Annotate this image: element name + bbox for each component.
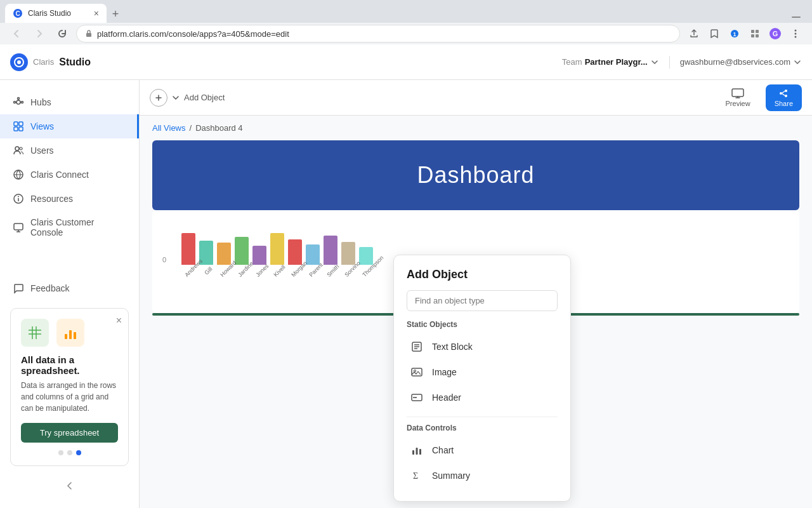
- svg-rect-2: [792, 17, 801, 18]
- promo-dot-1[interactable]: [58, 450, 63, 455]
- sidebar-label-resources: Resources: [30, 194, 73, 204]
- sidebar-item-customer-console[interactable]: Claris Customer Console: [0, 211, 139, 244]
- user-email[interactable]: gwashburne@dbservices.com: [680, 57, 802, 67]
- svg-point-28: [15, 147, 19, 150]
- 1password-button[interactable]: 1: [726, 25, 743, 43]
- divider: [669, 56, 670, 69]
- chart-item[interactable]: Chart: [407, 438, 558, 463]
- sidebar-item-views[interactable]: Views: [0, 114, 139, 138]
- tab-title: Claris Studio: [28, 9, 71, 18]
- label-parent: Parent: [308, 264, 322, 278]
- svg-rect-41: [65, 334, 67, 339]
- tab-favicon: C: [13, 8, 23, 18]
- chart-label: Chart: [432, 445, 454, 455]
- logo-text: Studio: [59, 57, 91, 68]
- summary-icon: Σ: [409, 468, 424, 483]
- team-name: Partner Playgr...: [585, 57, 648, 67]
- new-tab-button[interactable]: +: [107, 5, 124, 23]
- back-button[interactable]: [8, 25, 25, 43]
- url-text: platform.claris.com/console/apps?a=405&m…: [97, 29, 289, 39]
- summary-item[interactable]: Σ Summary: [407, 463, 558, 488]
- svg-rect-46: [732, 89, 743, 97]
- feedback-icon: [13, 283, 24, 294]
- app-logo: Claris Studio: [10, 53, 554, 71]
- app-header: Claris Studio Team Partner Playgr... gwa…: [0, 44, 812, 80]
- sidebar-item-feedback[interactable]: Feedback: [0, 276, 139, 300]
- promo-title: All data in a spreadsheet.: [21, 354, 118, 376]
- svg-rect-8: [751, 34, 754, 37]
- sidebar-item-users[interactable]: Users: [0, 138, 139, 163]
- header-icon: [409, 390, 424, 405]
- chart-promo-icon: [56, 319, 84, 347]
- svg-rect-6: [751, 30, 754, 33]
- popup-title: Add Object: [407, 268, 558, 281]
- dashboard-title: Dashboard: [417, 162, 534, 189]
- reload-button[interactable]: [53, 25, 71, 43]
- content-area: Add Object Preview Share All Views /: [140, 80, 812, 508]
- sidebar-item-resources[interactable]: Resources: [0, 187, 139, 211]
- image-item[interactable]: Image: [407, 359, 558, 385]
- label-jardine: Jardine: [237, 264, 251, 278]
- bar-morgan: [288, 239, 302, 265]
- object-search-input[interactable]: [407, 290, 558, 311]
- text-block-item[interactable]: Text Block: [407, 334, 558, 359]
- promo-dot-2[interactable]: [67, 450, 72, 455]
- svg-line-47: [782, 91, 785, 93]
- breadcrumb-current: Dashboard 4: [195, 123, 242, 133]
- try-spreadsheet-button[interactable]: Try spreadsheet: [21, 423, 118, 443]
- svg-rect-9: [756, 34, 759, 37]
- section-divider-popup: [407, 417, 558, 417]
- svg-text:Σ: Σ: [413, 471, 418, 481]
- forward-button[interactable]: [30, 25, 48, 43]
- share-button[interactable]: Share: [766, 84, 802, 111]
- chart-icon: [409, 443, 424, 458]
- svg-point-20: [14, 102, 16, 104]
- promo-dot-3[interactable]: [76, 450, 81, 455]
- label-gill: Gill: [201, 264, 216, 278]
- label-andrews: Andrews: [183, 264, 198, 278]
- menu-button[interactable]: [787, 25, 804, 43]
- svg-rect-33: [14, 224, 23, 230]
- claris-icon: [10, 53, 28, 71]
- address-bar[interactable]: platform.claris.com/console/apps?a=405&m…: [76, 25, 680, 43]
- svg-rect-60: [416, 448, 418, 455]
- breadcrumb-all-views[interactable]: All Views: [152, 123, 186, 133]
- promo-close-button[interactable]: ×: [116, 315, 122, 326]
- svg-rect-42: [69, 330, 72, 339]
- svg-point-16: [17, 60, 21, 64]
- svg-rect-61: [419, 449, 421, 455]
- sidebar-item-claris-connect[interactable]: Claris Connect: [0, 163, 139, 187]
- sidebar: Hubs Views Users Claris Connect: [0, 80, 140, 508]
- sidebar-item-hubs[interactable]: Hubs: [0, 90, 139, 114]
- preview-button[interactable]: Preview: [718, 84, 758, 111]
- browser-tab[interactable]: C Claris Studio ×: [5, 4, 107, 23]
- bookmark-button[interactable]: [705, 25, 723, 43]
- share-page-button[interactable]: [685, 25, 703, 43]
- share-icon: [778, 88, 789, 98]
- views-icon: [13, 121, 24, 132]
- svg-point-19: [22, 102, 23, 104]
- users-icon: [13, 145, 24, 156]
- chevron-down-icon: [650, 58, 659, 67]
- profile-button[interactable]: G: [766, 25, 784, 43]
- canvas: Dashboard 0: [140, 140, 812, 508]
- add-object-button[interactable]: Add Object: [150, 89, 225, 107]
- label-jones: Jones: [254, 264, 269, 278]
- header-item[interactable]: Header: [407, 385, 558, 410]
- bar-parent: [306, 244, 320, 265]
- svg-rect-36: [29, 326, 41, 339]
- svg-point-32: [18, 196, 19, 197]
- sidebar-label-feedback: Feedback: [30, 283, 69, 293]
- text-block-label: Text Block: [432, 342, 473, 352]
- svg-rect-27: [19, 127, 23, 131]
- svg-rect-26: [14, 127, 18, 131]
- sidebar-label-customer-console: Claris Customer Console: [30, 217, 126, 237]
- extensions-button[interactable]: [746, 25, 764, 43]
- svg-rect-3: [86, 33, 91, 37]
- team-selector[interactable]: Team Partner Playgr...: [562, 57, 659, 67]
- resources-icon: [13, 193, 24, 204]
- image-icon: [409, 364, 424, 380]
- sidebar-collapse-button[interactable]: [0, 474, 139, 498]
- tab-close-button[interactable]: ×: [94, 8, 99, 18]
- sidebar-label-users: Users: [30, 145, 54, 156]
